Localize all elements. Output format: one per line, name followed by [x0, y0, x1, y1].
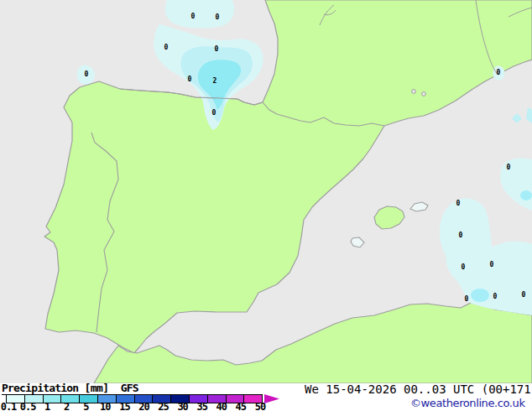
- legend-tick-label: 30: [177, 401, 187, 411]
- legend-tick-label: 15: [119, 401, 129, 411]
- forecast-datetime: We 15-04-2026 00..03 UTC (00+171: [305, 382, 531, 396]
- legend-tick-label: 50: [255, 401, 265, 411]
- weather-map-page: 00000002000000000 Precipitation [mm] GFS…: [0, 0, 532, 411]
- legend-tick-label: 25: [158, 401, 168, 411]
- legend-title-model: GFS: [121, 382, 138, 394]
- legend-tick-label: 20: [138, 401, 149, 411]
- precip-value-label: 0: [456, 200, 461, 207]
- legend-title-unit: [mm]: [84, 382, 108, 394]
- legend-tick-label: 45: [236, 401, 246, 411]
- precip-value-label: 0: [465, 295, 469, 303]
- legend-tick-label: 0.5: [20, 401, 36, 411]
- precip-value-label: 0: [215, 45, 219, 53]
- precip-bright-alboran: [471, 289, 489, 302]
- lagoon-dot-2: [422, 92, 426, 96]
- precip-value-label: 0: [191, 13, 196, 20]
- legend-title: Precipitation [mm] GFS: [2, 382, 138, 394]
- precip-value-label: 2: [213, 77, 217, 85]
- precip-value-label: 0: [490, 261, 494, 268]
- precip-value-label: 0: [459, 232, 463, 239]
- precip-value-label: 0: [507, 164, 511, 171]
- legend-tick-label: 2: [64, 401, 69, 411]
- legend-tick-label: 1: [44, 401, 50, 411]
- copyright-watermark: ©weatheronline.co.uk: [410, 397, 525, 409]
- precip-value-label: 0: [188, 75, 192, 83]
- precip-value-label: 0: [216, 13, 220, 21]
- precipitation-map: 00000002000000000: [0, 0, 532, 383]
- precip-value-label: 0: [522, 291, 526, 299]
- lagoon-dot-1: [412, 90, 416, 94]
- legend-tick-label: 40: [216, 401, 227, 411]
- legend-tick-label: 35: [196, 401, 206, 411]
- precip-value-label: 0: [85, 70, 89, 78]
- precip-value-label: 0: [497, 69, 501, 76]
- precip-bright-gulf-lion: [520, 190, 532, 200]
- legend-tick-label: 5: [83, 401, 88, 411]
- precip-value-label: 0: [493, 293, 498, 300]
- precip-value-label: 0: [212, 109, 216, 117]
- legend-tick-label: 10: [100, 401, 110, 411]
- precip-value-label: 0: [462, 263, 466, 271]
- legend-title-parameter: Precipitation: [2, 382, 78, 395]
- precip-value-label: 0: [164, 44, 169, 51]
- legend-tick-label: 0.1: [1, 401, 17, 411]
